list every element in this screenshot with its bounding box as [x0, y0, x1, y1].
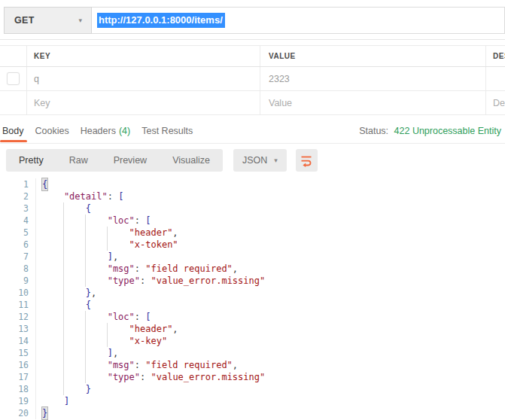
param-checkbox-cell-empty	[0, 91, 26, 114]
view-mode-pretty[interactable]: Pretty	[6, 149, 56, 172]
tab-test-results-label: Test Results	[141, 126, 193, 136]
param-placeholder-row: Key Value Description	[0, 91, 505, 115]
code-line: 14"x-key"	[0, 335, 505, 347]
tab-cookies[interactable]: Cookies	[35, 119, 69, 143]
code-line: 18}	[0, 383, 505, 395]
code-line: 7],	[0, 251, 505, 263]
param-value-placeholder[interactable]: Value	[260, 91, 485, 114]
code-line: 9"type": "value_error.missing"	[0, 275, 505, 287]
line-number: 16	[0, 359, 29, 371]
line-number: 7	[0, 251, 29, 263]
param-checkbox-cell	[0, 67, 26, 90]
line-number: 10	[0, 287, 29, 299]
code-line: 8"msg": "field required",	[0, 263, 505, 275]
code-line: 6"x-token"	[0, 239, 505, 251]
status-value: 422 Unprocessable Entity	[394, 126, 501, 136]
code-line: 1{	[0, 178, 505, 190]
chevron-down-icon: ▾	[274, 157, 278, 164]
params-header-checkbox-cell	[0, 46, 26, 66]
column-header-value: VALUE	[260, 46, 485, 66]
tab-body[interactable]: Body	[2, 119, 24, 143]
line-number: 9	[0, 275, 29, 287]
param-description-placeholder[interactable]: Description	[485, 91, 505, 114]
column-header-key: KEY	[26, 46, 260, 66]
tab-body-label: Body	[2, 126, 24, 136]
code-line: 2"detail": [	[0, 190, 505, 202]
code-line: 4"loc": [	[0, 215, 505, 227]
response-status: Status: 422 Unprocessable Entity	[359, 126, 501, 136]
line-number: 15	[0, 347, 29, 359]
tab-headers-label: Headers	[81, 126, 116, 136]
code-line: 5"header",	[0, 227, 505, 239]
view-mode-raw[interactable]: Raw	[56, 149, 101, 172]
wrap-lines-button[interactable]	[296, 149, 318, 172]
code-line: 15],	[0, 347, 505, 359]
line-number: 20	[0, 407, 29, 419]
query-params-table: KEY VALUE DESCRIPTION q 2323 Key Value D…	[0, 45, 505, 115]
param-value-input[interactable]: 2323	[260, 67, 485, 90]
line-number: 2	[0, 190, 29, 202]
param-description-input[interactable]	[485, 67, 505, 90]
param-checkbox-unchecked[interactable]	[7, 72, 20, 85]
response-body-editor[interactable]: 1{2"detail": [3{4"loc": [5"header",6"x-t…	[0, 175, 505, 419]
line-number: 19	[0, 395, 29, 407]
url-selected-text: http://127.0.0.1:8000/items/	[97, 13, 225, 28]
line-number: 6	[0, 239, 29, 251]
code-line: 3{	[0, 202, 505, 215]
tab-test-results[interactable]: Test Results	[141, 119, 193, 143]
code-line: 17"type": "value_error.missing"	[0, 371, 505, 383]
line-number: 5	[0, 227, 29, 239]
line-number: 14	[0, 335, 29, 347]
code-line: 19]	[0, 395, 505, 407]
params-header-row: KEY VALUE DESCRIPTION	[0, 46, 505, 67]
param-key-placeholder[interactable]: Key	[26, 91, 260, 114]
line-number: 11	[0, 299, 29, 311]
method-dropdown[interactable]: GET ▾	[4, 7, 92, 34]
line-number: 8	[0, 263, 29, 275]
tab-cookies-label: Cookies	[35, 126, 69, 136]
view-mode-segmented-control: Pretty Raw Preview Visualize	[6, 149, 223, 172]
line-number: 4	[0, 215, 29, 227]
code-line: 16"msg": "field required",	[0, 359, 505, 371]
line-number: 17	[0, 371, 29, 383]
code-line: 10},	[0, 287, 505, 299]
status-label: Status:	[359, 126, 388, 136]
request-url-row: GET ▾ http://127.0.0.1:8000/items/	[0, 0, 505, 40]
line-number: 12	[0, 311, 29, 323]
view-mode-preview[interactable]: Preview	[101, 149, 160, 172]
line-number: 13	[0, 323, 29, 335]
line-number: 3	[0, 202, 29, 215]
code-line: 11{	[0, 299, 505, 311]
param-key-input[interactable]: q	[26, 67, 260, 90]
column-header-description: DESCRIPTION	[485, 46, 505, 66]
param-row: q 2323	[0, 67, 505, 91]
url-input[interactable]: http://127.0.0.1:8000/items/	[92, 7, 505, 34]
code-line: 20}	[0, 407, 505, 419]
language-dropdown[interactable]: JSON ▾	[233, 149, 287, 172]
response-view-toolbar: Pretty Raw Preview Visualize JSON ▾	[0, 144, 505, 172]
line-number: 18	[0, 383, 29, 395]
method-label: GET	[14, 15, 35, 26]
code-lines: 1{2"detail": [3{4"loc": [5"header",6"x-t…	[0, 178, 505, 419]
view-mode-visualize[interactable]: Visualize	[160, 149, 223, 172]
chevron-down-icon: ▾	[78, 17, 82, 24]
headers-count-badge: (4)	[119, 126, 130, 136]
line-number: 1	[0, 178, 29, 190]
response-tabs-bar: Body Cookies Headers (4) Test Results St…	[0, 119, 505, 144]
tab-headers[interactable]: Headers (4)	[81, 119, 131, 143]
code-line: 12"loc": [	[0, 311, 505, 323]
language-label: JSON	[242, 155, 267, 166]
wrap-lines-icon	[300, 154, 312, 167]
code-line: 13"header",	[0, 323, 505, 335]
